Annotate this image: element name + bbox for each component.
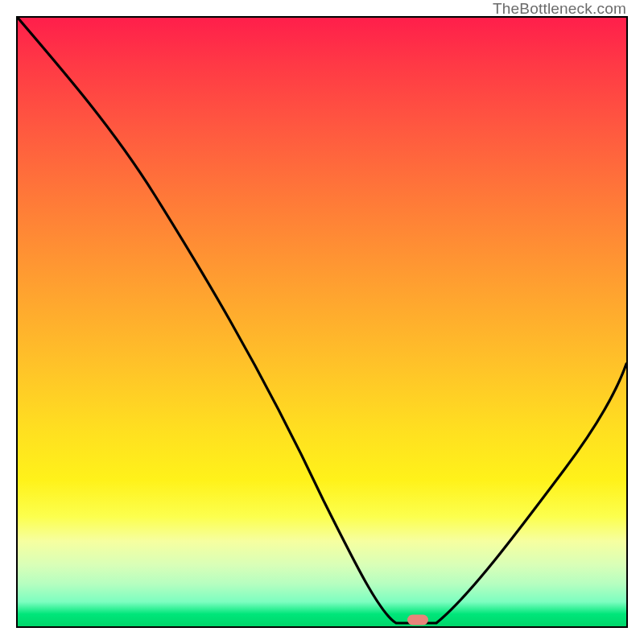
optimum-marker (407, 615, 428, 625)
chart-container: TheBottleneck.com (0, 0, 644, 644)
bottleneck-curve-path (18, 18, 626, 623)
watermark-text: TheBottleneck.com (493, 0, 626, 18)
curve-svg (18, 18, 626, 626)
plot-area (16, 16, 628, 628)
